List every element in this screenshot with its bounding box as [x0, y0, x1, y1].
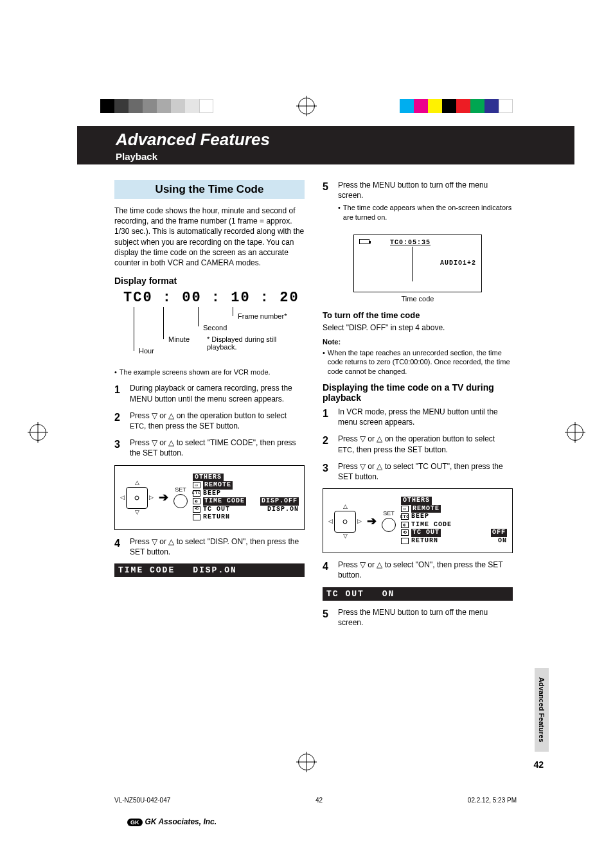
right-steps-b3: 5Press the MENU button to turn off the m…	[323, 607, 513, 628]
registration-mark	[298, 98, 315, 114]
set-button-icon: SET	[382, 510, 396, 532]
arrow-icon: ➔	[367, 514, 377, 528]
arrow-icon: ➔	[159, 490, 168, 504]
tv-heading: Displaying the time code on a TV during …	[323, 382, 513, 403]
right-steps-b2: 4 Press ▽ or △ to select "ON", then pres…	[323, 560, 513, 580]
result-strip-left: TIME CODEDISP.ON	[114, 563, 305, 577]
chapter-subtitle: Playback	[116, 151, 574, 162]
result-strip-right: TC OUTON	[323, 587, 513, 601]
joypad-icon: △ ◁▷ ▽	[328, 503, 362, 539]
print-footer: VL-NZ50U-042-047 42 02.2.12, 5:23 PM	[114, 797, 517, 804]
right-steps-b: 1In VCR mode, press the MENU button unti…	[323, 407, 513, 482]
osd-screenshot-left: △ ◁▷ ▽ ➔ SET OTHERS ▭REMOTE ETCBEEP ◐TIM…	[114, 465, 305, 530]
footer-timestamp: 02.2.12, 5:23 PM	[468, 797, 517, 804]
note-text: When the tape reaches an unrecorded sect…	[323, 348, 513, 376]
note-heading: Note:	[323, 338, 513, 346]
right-steps-top: 5 Press the MENU button to turn off the …	[323, 180, 513, 228]
step-text: Press the MENU button to turn off the me…	[338, 607, 513, 628]
screen-caption: Time code	[323, 295, 513, 303]
display-format-heading: Display format	[114, 276, 305, 286]
step-text: Press ▽ or △ to select "TC OUT", then pr…	[338, 461, 513, 482]
step-text: Press ▽ or △ to select "TIME CODE", then…	[130, 438, 305, 458]
registration-mark	[30, 424, 46, 441]
joypad-icon: △ ◁▷ ▽	[120, 479, 154, 515]
page-number: 42	[533, 759, 544, 770]
gk-logo: GKGK Associates, Inc.	[127, 817, 217, 826]
osd-screenshot-right: △ ◁▷ ▽ ➔ SET OTHERS ▭REMOTE ETCBEEP ◐TIM…	[323, 488, 513, 553]
left-steps: 1During playback or camera recording, pr…	[114, 383, 305, 458]
footer-file: VL-NZ50U-042-047	[114, 797, 170, 804]
turn-off-heading: To turn off the time code	[323, 310, 513, 320]
timecode-labels: Frame number* Second Minute Hour * Displ…	[123, 307, 305, 365]
side-tab: Advanced Features	[535, 668, 549, 752]
turn-off-text: Select "DISP. OFF" in step 4 above.	[323, 323, 513, 333]
step-text: Press ▽ or △ to select "ON", then press …	[338, 560, 513, 580]
example-note: The example screens shown are for VCR mo…	[114, 368, 305, 376]
color-bar	[100, 99, 213, 113]
chapter-header: Advanced Features Playback	[77, 126, 574, 164]
battery-icon	[359, 239, 369, 244]
osd-menu: OTHERS ▭REMOTE ETCBEEP ◐TIME CODE ⟲TC OU…	[401, 497, 507, 545]
registration-mark	[567, 424, 583, 441]
color-bar	[400, 99, 513, 113]
screen-audio: AUDIO1+2	[440, 260, 476, 267]
footer-page: 42	[315, 797, 323, 804]
step-text: During playback or camera recording, pre…	[130, 383, 305, 403]
timecode-sample: TC0 : 00 : 10 : 20	[123, 290, 305, 306]
screen-timecode: TC0:05:35	[390, 239, 431, 246]
section-title: Using the Time Code	[114, 180, 305, 199]
registration-mark	[298, 754, 315, 770]
step-text: Press ▽ or △ on the operation button to …	[130, 411, 305, 431]
right-column: 5 Press the MENU button to turn off the …	[323, 180, 513, 634]
left-steps-cont: 4 Press ▽ or △ to select "DISP. ON", the…	[114, 536, 305, 557]
set-button-icon: SET	[173, 486, 188, 508]
step-text: Press ▽ or △ on the operation button to …	[338, 434, 513, 454]
chapter-title: Advanced Features	[116, 130, 574, 150]
osd-menu: OTHERS ▭REMOTE ETCBEEP ◐TIME CODEDISP.OF…	[193, 474, 299, 522]
left-column: Using the Time Code The time code shows …	[114, 180, 305, 634]
intro-paragraph: The time code shows the hour, minute and…	[114, 206, 305, 268]
step-text: Press ▽ or △ to select "DISP. ON", then …	[130, 536, 305, 557]
step-text: In VCR mode, press the MENU button until…	[338, 407, 513, 427]
step-text: Press the MENU button to turn off the me…	[338, 180, 513, 228]
tv-screen-illustration: TC0:05:35 AUDIO1+2	[353, 235, 482, 292]
